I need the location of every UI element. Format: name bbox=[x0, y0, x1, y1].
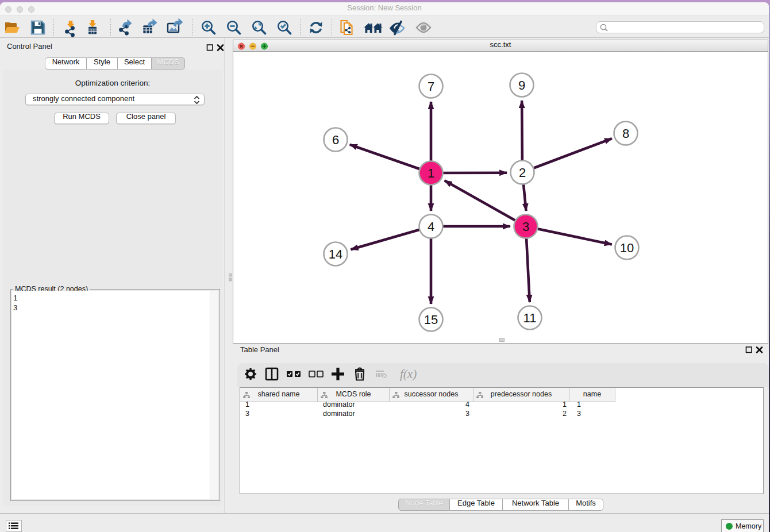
svg-text:11: 11 bbox=[523, 311, 537, 325]
svg-text:15: 15 bbox=[424, 313, 438, 327]
svg-text:1: 1 bbox=[428, 166, 434, 180]
svg-text:f(x): f(x) bbox=[400, 367, 417, 381]
svg-text:8: 8 bbox=[622, 126, 629, 141]
svg-text:9: 9 bbox=[518, 78, 525, 92]
svg-text:7: 7 bbox=[428, 79, 434, 94]
svg-text:14: 14 bbox=[329, 247, 342, 261]
svg-text:10: 10 bbox=[620, 241, 634, 255]
svg-text:4: 4 bbox=[428, 219, 434, 234]
svg-text:6: 6 bbox=[332, 133, 339, 147]
svg-text:2: 2 bbox=[519, 165, 526, 180]
svg-text:3: 3 bbox=[522, 219, 529, 234]
